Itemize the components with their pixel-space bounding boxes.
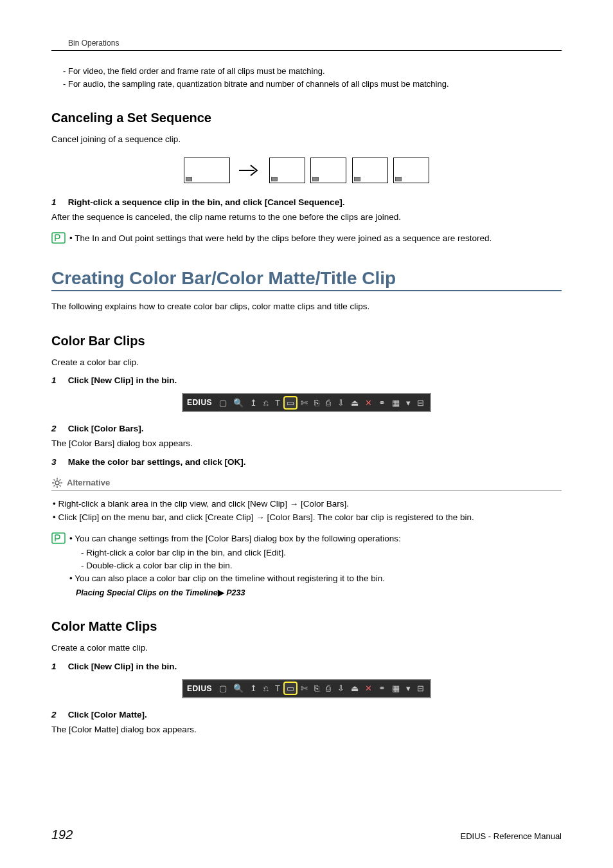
- toolbar-screenshot: EDIUS ▢ 🔍 ↥ ⎌ T ▭ ✄ ⎘ ⎙ ⇩ ⏏ ✕ ⚭ ▦ ▾ ⊟: [51, 393, 562, 412]
- window-icon: ⊟: [414, 683, 427, 693]
- clip-single-icon: [269, 158, 305, 183]
- colormatte-step-1: 1 Click [New Clip] in the bin.: [51, 662, 562, 671]
- step-text: Click [Color Matte].: [68, 710, 147, 719]
- copy-icon: ⎘: [311, 683, 323, 693]
- svg-line-8: [54, 485, 55, 486]
- note-text-1: You can change settings from the [Color …: [69, 534, 401, 543]
- page-number: 192: [51, 827, 73, 842]
- close-icon: ✕: [362, 398, 375, 408]
- scissors-icon: ✄: [298, 398, 311, 408]
- clip-single-icon: [310, 158, 346, 183]
- window-icon: ⊟: [414, 398, 427, 408]
- triangle-icon: ▶: [218, 588, 224, 597]
- folder-icon: ▢: [216, 683, 230, 693]
- cancel-step-1: 1 Right-click a sequence clip in the bin…: [51, 197, 562, 207]
- note-icon: [51, 532, 66, 544]
- down-icon: ⇩: [334, 398, 348, 408]
- dropdown-icon: ▾: [403, 398, 414, 408]
- alt-bullet-1: Right-click a blank area in the clip vie…: [53, 497, 562, 511]
- heading-color-matte: Color Matte Clips: [51, 619, 562, 634]
- step-number: 2: [51, 424, 66, 433]
- intro-bullet-video: For video, the field order and frame rat…: [63, 65, 562, 78]
- step-text: Click [New Clip] in the bin.: [68, 375, 177, 385]
- grid-icon: ▦: [389, 398, 403, 408]
- up-icon: ↥: [247, 398, 260, 408]
- note-text-2: You can also place a color bar clip on t…: [69, 574, 385, 583]
- cancel-after-text: After the sequence is canceled, the clip…: [51, 211, 562, 224]
- link-icon: ⚭: [375, 398, 389, 408]
- toolbar-logo: EDIUS: [186, 684, 216, 693]
- alt-bullet-2: Click [Clip] on the menu bar, and click …: [53, 511, 562, 525]
- clip-sequence-icon: [184, 158, 230, 183]
- step-text: Right-click a sequence clip in the bin, …: [68, 197, 345, 207]
- copy-icon: ⎘: [311, 398, 323, 408]
- colormatte-step2-after: The [Color Matte] dialog box appears.: [51, 723, 562, 736]
- search-icon: 🔍: [230, 683, 247, 693]
- header-rule: [51, 50, 562, 51]
- dropdown-icon: ▾: [403, 683, 414, 693]
- new-clip-icon: ▭: [283, 396, 298, 410]
- alternative-header: Alternative: [51, 477, 562, 489]
- chapter-title: Creating Color Bar/Color Matte/Title Cli…: [51, 268, 562, 289]
- step-text: Make the color bar settings, and click […: [68, 457, 246, 467]
- chapter-desc: The following explains how to create col…: [51, 300, 562, 313]
- text-icon: T: [272, 683, 283, 693]
- down-icon: ⇩: [334, 683, 348, 693]
- svg-line-7: [60, 485, 61, 486]
- intro-bullet-audio: For audio, the sampling rate, quantizati…: [63, 78, 562, 91]
- step-number: 2: [51, 710, 66, 719]
- clip-single-icon: [393, 158, 429, 183]
- arrow-right-icon: [238, 163, 261, 178]
- svg-line-9: [60, 479, 61, 480]
- step-text: Click [Color Bars].: [68, 424, 144, 433]
- chapter-rule: [51, 290, 562, 291]
- step-number: 1: [51, 197, 66, 207]
- new-clip-icon: ▭: [283, 682, 298, 695]
- paste-icon: ⎙: [323, 683, 334, 693]
- tree-icon: ⎌: [260, 683, 272, 693]
- cancel-desc: Cancel joining of a sequence clip.: [51, 133, 562, 146]
- clip-single-icon: [352, 158, 388, 183]
- scissors-icon: ✄: [298, 683, 311, 693]
- toolbar-screenshot-2: EDIUS ▢ 🔍 ↥ ⎌ T ▭ ✄ ⎘ ⎙ ⇩ ⏏ ✕ ⚭ ▦ ▾ ⊟: [51, 679, 562, 698]
- note-text: The In and Out point settings that were …: [69, 233, 492, 243]
- cancel-note: The In and Out point settings that were …: [51, 232, 562, 245]
- heading-cancel-sequence: Canceling a Set Sequence: [51, 111, 562, 125]
- step-number: 3: [51, 457, 66, 467]
- svg-line-6: [54, 479, 55, 480]
- alternative-title: Alternative: [67, 478, 110, 487]
- cancel-diagram: [51, 158, 562, 183]
- breadcrumb: Bin Operations: [51, 39, 562, 48]
- folder-icon: ▢: [216, 398, 230, 408]
- gear-icon: [51, 477, 63, 489]
- up-icon: ↥: [247, 683, 260, 693]
- note-dash-1: Right-click a color bar clip in the bin,…: [81, 547, 562, 559]
- eject-icon: ⏏: [348, 683, 362, 693]
- step-number: 1: [51, 662, 66, 671]
- paste-icon: ⎙: [323, 398, 334, 408]
- tree-icon: ⎌: [260, 398, 272, 408]
- footer-title: EDIUS - Reference Manual: [460, 831, 562, 841]
- text-icon: T: [272, 398, 283, 408]
- grid-icon: ▦: [389, 683, 403, 693]
- heading-color-bar: Color Bar Clips: [51, 334, 562, 348]
- toolbar-logo: EDIUS: [186, 398, 216, 407]
- search-icon: 🔍: [230, 398, 247, 408]
- xref-link[interactable]: Placing Special Clips on the Timeline▶ P…: [76, 587, 562, 599]
- page-footer: 192 EDIUS - Reference Manual: [51, 827, 562, 842]
- note-dash-2: Double-click a color bar clip in the bin…: [81, 559, 562, 572]
- note-icon: [51, 232, 66, 244]
- link-icon: ⚭: [375, 683, 389, 693]
- colorbar-step-2: 2 Click [Color Bars].: [51, 424, 562, 433]
- step-text: Click [New Clip] in the bin.: [68, 662, 177, 671]
- svg-point-1: [55, 481, 59, 485]
- colormatte-step-2: 2 Click [Color Matte].: [51, 710, 562, 719]
- eject-icon: ⏏: [348, 398, 362, 408]
- colorbar-step-3: 3 Make the color bar settings, and click…: [51, 457, 562, 467]
- colorbar-step-1: 1 Click [New Clip] in the bin.: [51, 375, 562, 385]
- colorbar-note: You can change settings from the [Color …: [51, 532, 562, 599]
- colorbar-desc: Create a color bar clip.: [51, 356, 562, 369]
- alternative-rule: [51, 490, 562, 491]
- step-number: 1: [51, 375, 66, 385]
- colormatte-desc: Create a color matte clip.: [51, 642, 562, 655]
